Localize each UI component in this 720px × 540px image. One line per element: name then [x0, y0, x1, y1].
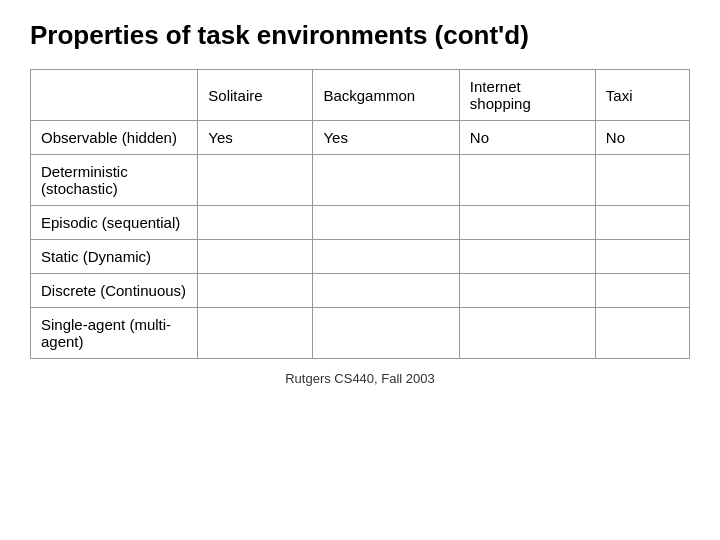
table-row: Single-agent (multi-agent)	[31, 308, 690, 359]
header-col-backgammon: Backgammon	[313, 70, 459, 121]
page-title: Properties of task environments (cont'd)	[30, 20, 529, 51]
row-backgammon	[313, 308, 459, 359]
row-taxi	[595, 308, 689, 359]
row-backgammon	[313, 206, 459, 240]
row-internet	[459, 240, 595, 274]
header-col0	[31, 70, 198, 121]
row-taxi	[595, 240, 689, 274]
header-col-taxi: Taxi	[595, 70, 689, 121]
table-row: Episodic (sequential)	[31, 206, 690, 240]
row-internet: No	[459, 121, 595, 155]
row-backgammon	[313, 240, 459, 274]
table-row: Observable (hidden)YesYesNoNo	[31, 121, 690, 155]
row-label: Static (Dynamic)	[31, 240, 198, 274]
header-col-internet: Internet shopping	[459, 70, 595, 121]
header-col-solitaire: Solitaire	[198, 70, 313, 121]
table-row: Static (Dynamic)	[31, 240, 690, 274]
row-backgammon	[313, 274, 459, 308]
row-backgammon	[313, 155, 459, 206]
footer-text: Rutgers CS440, Fall 2003	[285, 371, 435, 386]
table-body: Observable (hidden)YesYesNoNoDeterminist…	[31, 121, 690, 359]
row-label: Deterministic (stochastic)	[31, 155, 198, 206]
row-taxi: No	[595, 121, 689, 155]
row-internet	[459, 206, 595, 240]
table-row: Deterministic (stochastic)	[31, 155, 690, 206]
row-label: Episodic (sequential)	[31, 206, 198, 240]
row-solitaire	[198, 206, 313, 240]
properties-table: Solitaire Backgammon Internet shopping T…	[30, 69, 690, 359]
row-taxi	[595, 206, 689, 240]
row-label: Single-agent (multi-agent)	[31, 308, 198, 359]
row-taxi	[595, 274, 689, 308]
row-taxi	[595, 155, 689, 206]
row-internet	[459, 155, 595, 206]
row-solitaire	[198, 308, 313, 359]
row-solitaire: Yes	[198, 121, 313, 155]
table-row: Discrete (Continuous)	[31, 274, 690, 308]
row-label: Discrete (Continuous)	[31, 274, 198, 308]
row-backgammon: Yes	[313, 121, 459, 155]
row-solitaire	[198, 155, 313, 206]
row-solitaire	[198, 240, 313, 274]
row-internet	[459, 308, 595, 359]
row-internet	[459, 274, 595, 308]
row-solitaire	[198, 274, 313, 308]
row-label: Observable (hidden)	[31, 121, 198, 155]
